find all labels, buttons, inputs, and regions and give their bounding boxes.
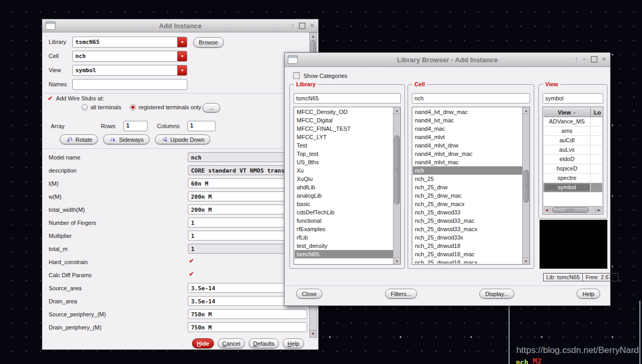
shade-icon[interactable]: ↑	[575, 56, 578, 62]
view-list-item[interactable]: eldoD	[544, 155, 602, 164]
cell-list-item[interactable]: nch_25_dnwud18_macx	[413, 258, 522, 264]
sideways-button[interactable]: Sideways	[103, 134, 149, 144]
cell-list-item[interactable]: nand4_lvt_dnw_mac	[413, 108, 522, 116]
cell-list-item[interactable]: nand4_mlvt_dnw_mac	[413, 150, 522, 158]
cell-list-item[interactable]: nch_25_dnwod33_macx	[413, 225, 522, 233]
cell-list-item[interactable]: nch_25_dnw	[413, 183, 522, 191]
scroll-up-icon[interactable]: ▲	[393, 107, 400, 114]
scrollbar-thumb[interactable]	[552, 207, 589, 213]
checkbox-checked-icon[interactable]: ✔	[189, 258, 194, 264]
lock-column-header[interactable]: Lo	[591, 108, 602, 117]
browser-button[interactable]: Close	[296, 289, 322, 299]
scroll-left-icon[interactable]: ◀	[544, 207, 550, 213]
library-list-item[interactable]: MFCC_Digital	[295, 116, 393, 124]
cell-list-item[interactable]: nch_25_dnwod33x	[413, 233, 522, 242]
cell-list-item[interactable]: nand4_mlvt_mac	[413, 158, 522, 166]
library-list-item[interactable]: analogLib	[295, 191, 393, 200]
view-filter-input[interactable]: symbol	[543, 93, 603, 104]
library-list-item[interactable]: rfExamples	[295, 225, 393, 233]
dialog-button[interactable]: Defaults	[249, 338, 279, 348]
cell-list-item[interactable]: nch_25_dnw_macx	[413, 200, 522, 208]
library-list-item[interactable]: ahdlLib	[295, 183, 393, 191]
library-browser-titlebar[interactable]: Library Browser - Add Instance ↑ – ×	[285, 53, 610, 67]
cell-list-item[interactable]: nch_25_dnwud18_mac	[413, 250, 522, 258]
cell-list-item[interactable]: nch_25_dnw_mac	[413, 191, 522, 200]
cell-list-item[interactable]: nand4_mlvt_dnw	[413, 141, 522, 150]
scroll-down-icon[interactable]: ▼	[523, 257, 530, 264]
scrollbar-thumb[interactable]	[523, 170, 529, 202]
checkbox-checked-icon[interactable]: ✔	[189, 271, 194, 277]
browser-button[interactable]: Help	[577, 289, 600, 299]
add-instance-titlebar[interactable]: Add Instance ↑ ×	[42, 19, 318, 32]
view-dropdown-button[interactable]: ▼	[177, 65, 187, 75]
cell-scrollbar[interactable]: ▲ ▼	[522, 107, 530, 264]
shade-icon[interactable]: ↑	[291, 22, 294, 29]
scroll-down-icon[interactable]: ▼	[310, 330, 317, 337]
cell-list-item[interactable]: nch	[413, 166, 522, 175]
dialog-button[interactable]: Help	[283, 338, 304, 348]
view-list-item[interactable]: ams	[544, 127, 602, 136]
wire-stubs-checkbox[interactable]: ✔	[48, 95, 53, 101]
cell-dropdown-button[interactable]: ▼	[177, 51, 187, 61]
browser-button[interactable]: Filters...	[385, 289, 417, 299]
terminal-radio-option[interactable]: all terminals	[82, 104, 121, 110]
library-list-item[interactable]: Test	[295, 141, 393, 150]
library-filter-input[interactable]: tsmcN65	[294, 93, 401, 104]
names-input[interactable]	[72, 79, 187, 90]
close-icon[interactable]: ×	[310, 22, 314, 29]
scroll-up-icon[interactable]: ▲	[523, 107, 530, 114]
cell-list-item[interactable]: nch_25_dnwod33	[413, 208, 522, 217]
view-list-item[interactable]: auCdl	[544, 136, 602, 145]
view-list-item[interactable]: spectre	[544, 174, 602, 183]
rotate-button[interactable]: Rotate	[60, 134, 98, 144]
library-list-item[interactable]: MFCC_LYT	[295, 133, 393, 141]
library-list-item[interactable]: cdsDefTechLib	[295, 208, 393, 217]
library-list-item[interactable]: Xu	[295, 166, 393, 175]
library-list-item[interactable]: functional	[295, 217, 393, 225]
rows-input[interactable]: 1	[123, 121, 148, 131]
browse-button[interactable]: Browse	[193, 37, 224, 48]
library-list-item[interactable]: MFCC_Density_OD	[295, 108, 393, 116]
cell-list-item[interactable]: nch_25_dnwud18	[413, 242, 522, 250]
library-combo[interactable]: tsmcN65 ▼	[72, 37, 187, 48]
minimize-icon[interactable]: –	[582, 56, 586, 62]
view-list-item[interactable]: hspiceD	[544, 164, 602, 174]
cell-list-item[interactable]: nand4_mlvt	[413, 133, 522, 141]
cell-list-item[interactable]: nand4_mac	[413, 124, 522, 133]
close-icon[interactable]: ×	[602, 56, 606, 62]
terminal-radio-option[interactable]: registered terminals only	[130, 104, 201, 110]
dialog-button[interactable]: Hide	[192, 338, 214, 348]
library-list-item[interactable]: basic	[295, 200, 393, 208]
upside-down-button[interactable]: Upside Down	[155, 134, 210, 144]
maximize-icon[interactable]	[299, 22, 306, 29]
cell-list-item[interactable]: nch_25	[413, 175, 522, 183]
more-options-button[interactable]: ...	[202, 103, 220, 112]
cell-combo[interactable]: nch ▼	[72, 51, 187, 62]
library-dropdown-button[interactable]: ▼	[177, 37, 187, 47]
library-list-item[interactable]: tsmcN65	[295, 250, 393, 258]
columns-input[interactable]: 1	[187, 121, 216, 131]
library-list-item[interactable]: test_density	[295, 242, 393, 250]
view-list-item[interactable]: auLvs	[544, 145, 602, 155]
view-column-header[interactable]: View ▲	[544, 108, 591, 117]
view-horizontal-scrollbar[interactable]: ◀ ▶	[544, 206, 602, 213]
browser-button[interactable]: Display...	[479, 289, 514, 299]
cell-list-item[interactable]: nand4_lvt_mac	[413, 116, 522, 124]
parameter-value-field[interactable]: 750n M	[188, 322, 307, 332]
scroll-right-icon[interactable]: ▶	[595, 207, 602, 213]
library-list-item[interactable]: Top_test	[295, 150, 393, 158]
show-categories-checkbox[interactable]	[293, 72, 300, 79]
scrollbar-thumb[interactable]	[394, 135, 400, 204]
parameter-value-field[interactable]: 750n M	[188, 309, 307, 319]
dialog-button[interactable]: Cancel	[218, 338, 245, 348]
scroll-up-icon[interactable]: ▲	[310, 33, 317, 40]
view-combo[interactable]: symbol ▼	[72, 65, 187, 76]
view-list-item[interactable]: symbol	[544, 183, 602, 192]
maximize-icon[interactable]	[591, 56, 598, 63]
library-list-item[interactable]: MFCC_FINAL_TEST	[295, 124, 393, 133]
library-list-item[interactable]: XuQiu	[295, 175, 393, 183]
scroll-down-icon[interactable]: ▼	[393, 257, 400, 264]
cell-filter-input[interactable]: nch	[412, 93, 530, 104]
library-list-item[interactable]: rfLib	[295, 233, 393, 242]
library-list-item[interactable]: US_8ths	[295, 158, 393, 166]
